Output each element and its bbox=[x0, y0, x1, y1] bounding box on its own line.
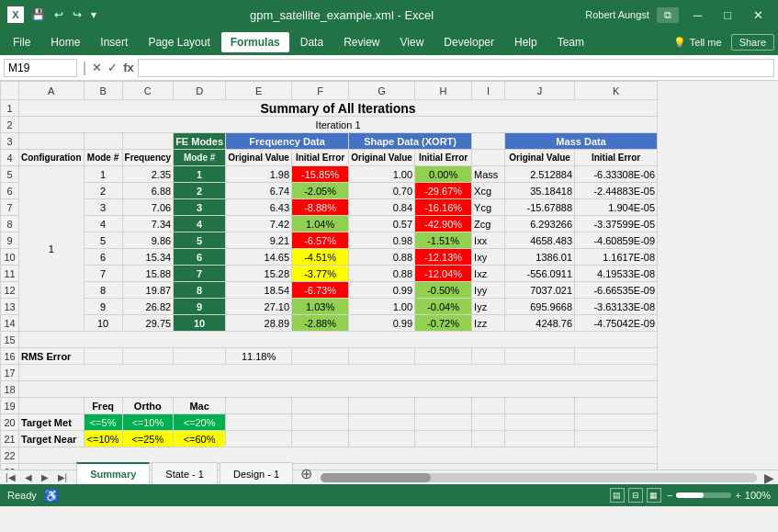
mass-orig: 6.293266 bbox=[505, 216, 575, 232]
mode-num: 6 bbox=[84, 249, 122, 266]
maximize-btn[interactable]: □ bbox=[716, 6, 739, 24]
menu-review[interactable]: Review bbox=[334, 32, 389, 52]
zoom-level: 100% bbox=[745, 490, 771, 501]
col-header-j[interactable]: J bbox=[505, 82, 575, 100]
col-header-c[interactable]: C bbox=[122, 82, 174, 100]
scroll-right-btn[interactable]: ▶ bbox=[761, 470, 778, 485]
mode-num: 2 bbox=[84, 183, 122, 199]
row-num: 3 bbox=[1, 133, 19, 150]
normal-view-icon[interactable]: ▤ bbox=[610, 488, 625, 503]
tab-nav: |◀ ◀ ▶ ▶| bbox=[0, 467, 73, 488]
page-layout-view-icon[interactable]: ⊟ bbox=[628, 488, 643, 503]
add-tab-btn[interactable]: ⊕ bbox=[295, 462, 317, 484]
orig-val-1: 18.54 bbox=[226, 282, 292, 299]
undo-icon[interactable]: ↩ bbox=[52, 6, 65, 23]
mode-num: 8 bbox=[84, 282, 122, 299]
redo-icon[interactable]: ↪ bbox=[71, 6, 84, 23]
init-err-2: -0.04% bbox=[415, 299, 472, 315]
cell-3-a bbox=[19, 133, 85, 150]
formula-input[interactable] bbox=[138, 59, 774, 77]
menu-insert[interactable]: Insert bbox=[91, 32, 137, 52]
quick-access-toolbar: 💾 ↩ ↪ ▾ bbox=[29, 6, 98, 23]
init-err-1: -4.51% bbox=[292, 249, 349, 266]
close-btn[interactable]: ✕ bbox=[746, 6, 771, 24]
menu-formulas[interactable]: Formulas bbox=[221, 32, 289, 52]
menu-team[interactable]: Team bbox=[548, 32, 593, 52]
col-header-k[interactable]: K bbox=[575, 82, 658, 100]
row-num: 15 bbox=[1, 332, 19, 348]
menu-page-layout[interactable]: Page Layout bbox=[139, 32, 219, 52]
col-header-i[interactable]: I bbox=[472, 82, 505, 100]
cancel-formula-icon[interactable]: ✕ bbox=[92, 61, 102, 74]
minimize-btn[interactable]: ─ bbox=[686, 6, 709, 24]
empty-cell bbox=[415, 431, 472, 447]
table-row: 8 4 7.34 4 7.42 1.04% 0.57 -42.90% Zcg 6… bbox=[1, 216, 658, 232]
zoom-out-icon[interactable]: − bbox=[667, 490, 672, 501]
table-row: 18 bbox=[1, 381, 658, 398]
menu-data[interactable]: Data bbox=[291, 32, 333, 52]
filename-label: gpm_satellite_example.xml - Excel bbox=[250, 8, 434, 22]
restore-window-btn[interactable]: ⧉ bbox=[657, 7, 679, 23]
name-box[interactable] bbox=[4, 59, 77, 77]
col-header-b[interactable]: B bbox=[84, 82, 122, 100]
col-header-d[interactable]: D bbox=[174, 82, 226, 100]
page-break-view-icon[interactable]: ▦ bbox=[647, 488, 661, 503]
menu-file[interactable]: File bbox=[4, 32, 39, 52]
col-header-a[interactable]: A bbox=[19, 82, 85, 100]
menu-help[interactable]: Help bbox=[505, 32, 547, 52]
mass-orig: 4658.483 bbox=[505, 232, 575, 249]
init-err-2: -42.90% bbox=[415, 216, 472, 232]
zoom-in-icon[interactable]: + bbox=[735, 490, 740, 501]
share-btn[interactable]: Share bbox=[731, 34, 774, 51]
tab-nav-last[interactable]: ▶| bbox=[54, 470, 72, 484]
mass-label: Ixz bbox=[472, 266, 505, 282]
tab-state-1[interactable]: State - 1 bbox=[152, 462, 218, 484]
menu-developer[interactable]: Developer bbox=[434, 32, 503, 52]
target-met-ortho: <=10% bbox=[122, 414, 174, 431]
orig-val-2: 0.70 bbox=[349, 183, 415, 199]
table-row: 12 8 19.87 8 18.54 -6.73% 0.99 -0.50% Iy… bbox=[1, 282, 658, 299]
empty-cell bbox=[349, 348, 415, 365]
mass-label: Iyz bbox=[472, 299, 505, 315]
zoom-slider[interactable] bbox=[676, 492, 731, 498]
init-err-1: -2.05% bbox=[292, 183, 349, 199]
col-header-g[interactable]: G bbox=[349, 82, 415, 100]
empty-cell bbox=[415, 398, 472, 414]
tab-nav-first[interactable]: |◀ bbox=[2, 470, 19, 484]
col-header-f[interactable]: F bbox=[292, 82, 349, 100]
empty-cell bbox=[472, 414, 505, 431]
tell-me-btn[interactable]: 💡 Tell me bbox=[666, 35, 729, 51]
tab-nav-prev[interactable]: ◀ bbox=[21, 470, 36, 484]
insert-function-icon[interactable]: fx bbox=[123, 61, 134, 74]
row-num: 12 bbox=[1, 282, 19, 299]
quick-access-more[interactable]: ▾ bbox=[89, 6, 98, 23]
mass-err: -2.44883E-05 bbox=[575, 183, 658, 199]
row-num: 19 bbox=[1, 398, 19, 414]
menu-view[interactable]: View bbox=[391, 32, 434, 52]
tab-nav-next[interactable]: ▶ bbox=[38, 470, 52, 484]
config-cell: 1 bbox=[19, 166, 85, 332]
mass-err: -4.60859E-09 bbox=[575, 232, 658, 249]
col-header-h[interactable]: H bbox=[415, 82, 472, 100]
col-header-e[interactable]: E bbox=[226, 82, 292, 100]
col-label bbox=[472, 150, 505, 166]
freq-val: 26.82 bbox=[122, 299, 174, 315]
target-near-ortho: <=25% bbox=[122, 431, 174, 447]
init-err-2: -16.16% bbox=[415, 199, 472, 216]
tab-summary[interactable]: Summary bbox=[76, 462, 150, 484]
target-met-freq: <=5% bbox=[84, 414, 122, 431]
target-mac-header: Mac bbox=[174, 398, 226, 414]
tab-design-1[interactable]: Design - 1 bbox=[220, 462, 293, 484]
mass-label: Zcg bbox=[472, 216, 505, 232]
mass-err: -6.33308E-06 bbox=[575, 166, 658, 183]
row-num: 1 bbox=[1, 100, 19, 117]
init-err-1: -15.85% bbox=[292, 166, 349, 183]
row-num: 4 bbox=[1, 150, 19, 166]
mass-label: Ixy bbox=[472, 249, 505, 266]
corner-cell bbox=[1, 82, 19, 100]
mass-label: Mass bbox=[472, 166, 505, 183]
table-row: 16 RMS Error 11.18% bbox=[1, 348, 658, 365]
menu-home[interactable]: Home bbox=[41, 32, 89, 52]
confirm-formula-icon[interactable]: ✓ bbox=[107, 61, 118, 74]
save-icon[interactable]: 💾 bbox=[29, 6, 47, 23]
